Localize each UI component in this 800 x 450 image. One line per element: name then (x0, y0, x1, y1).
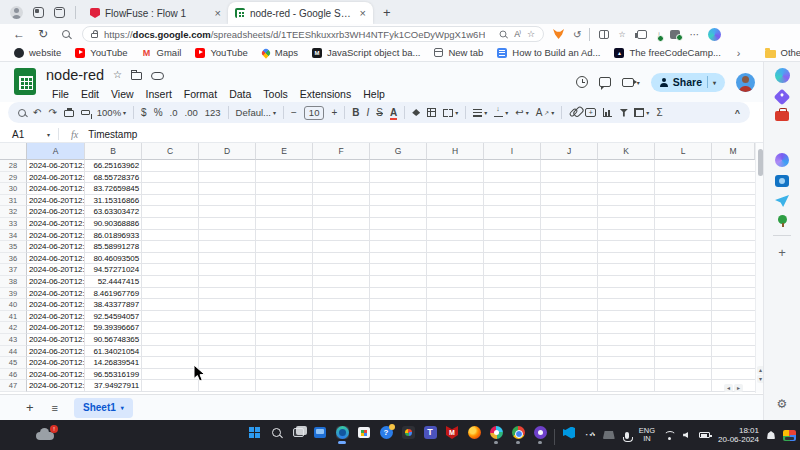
taskbar-app-assist[interactable]: ? (378, 423, 394, 444)
column-header-H[interactable]: H (427, 143, 484, 160)
cell[interactable]: 2024-06-20T12:2 (27, 253, 85, 265)
cell[interactable] (541, 299, 598, 311)
cell[interactable] (370, 311, 427, 323)
menu-item-file[interactable]: File (46, 88, 75, 100)
cell[interactable] (313, 264, 370, 276)
cell[interactable] (655, 172, 712, 184)
cell[interactable] (256, 241, 313, 253)
cell[interactable] (598, 299, 655, 311)
browser-tab-flowfuse[interactable]: FlowFuse : Flow 1 × (83, 3, 228, 23)
cell[interactable] (484, 334, 541, 346)
cell[interactable] (541, 380, 598, 392)
cell[interactable] (712, 288, 755, 300)
cell[interactable] (370, 172, 427, 184)
cell[interactable]: 52.4447415 (85, 276, 142, 288)
language-indicator[interactable]: ENGIN (639, 427, 655, 443)
cell[interactable] (199, 253, 256, 265)
cell[interactable] (256, 357, 313, 369)
bookmark-item[interactable]: Maps (262, 47, 298, 58)
format-percent-button[interactable]: % (154, 107, 163, 118)
cell[interactable] (484, 380, 541, 392)
column-header-A[interactable]: A (27, 143, 85, 160)
cell[interactable] (484, 160, 541, 172)
cell[interactable] (655, 288, 712, 300)
cell[interactable] (256, 380, 313, 392)
cell[interactable] (199, 160, 256, 172)
copilot-icon[interactable] (775, 68, 790, 83)
bookmark-item[interactable]: New tab (434, 47, 483, 58)
chevron-down-icon[interactable]: ▾ (713, 79, 716, 86)
cell[interactable] (541, 195, 598, 207)
browser-profile-icon[interactable] (10, 6, 23, 19)
taskbar-app-desktop[interactable] (312, 423, 328, 444)
cell[interactable] (313, 311, 370, 323)
undo-icon[interactable]: ↶ (33, 107, 41, 118)
cell[interactable] (313, 218, 370, 230)
cell[interactable] (655, 230, 712, 242)
sidebar-settings-icon[interactable]: ⚙ (774, 396, 790, 412)
cell[interactable] (313, 380, 370, 392)
search-icon[interactable] (62, 30, 70, 38)
cell[interactable] (142, 172, 199, 184)
row-header[interactable]: 43 (0, 334, 27, 346)
cell[interactable] (484, 346, 541, 358)
cell[interactable] (427, 195, 484, 207)
cell[interactable] (598, 369, 655, 381)
column-header-B[interactable]: B (85, 143, 142, 160)
zoom-select[interactable]: 100%▾ (97, 107, 126, 118)
cell[interactable] (484, 172, 541, 184)
cell[interactable] (427, 311, 484, 323)
cell[interactable] (541, 322, 598, 334)
column-header-C[interactable]: C (142, 143, 199, 160)
cell[interactable] (142, 160, 199, 172)
bookmark-item[interactable]: YouTube (195, 47, 247, 58)
cell[interactable]: 2024-06-20T12:2 (27, 218, 85, 230)
cell[interactable] (541, 172, 598, 184)
notifications-bell-icon[interactable] (767, 431, 775, 439)
cloud-saved-icon[interactable] (151, 72, 164, 80)
cell[interactable] (313, 183, 370, 195)
cell[interactable] (598, 218, 655, 230)
battery-icon[interactable] (699, 432, 710, 438)
taskbar-app-start[interactable] (246, 423, 262, 444)
name-box[interactable]: A1 ▾ (0, 129, 58, 140)
cell[interactable] (712, 346, 755, 358)
cell[interactable] (598, 346, 655, 358)
cell[interactable] (484, 322, 541, 334)
cell[interactable] (427, 241, 484, 253)
cell[interactable] (598, 206, 655, 218)
cell[interactable] (370, 369, 427, 381)
bold-button[interactable]: B (352, 107, 359, 118)
menu-item-extensions[interactable]: Extensions (294, 88, 357, 100)
cell[interactable] (484, 288, 541, 300)
collections-icon[interactable] (637, 30, 647, 39)
cell[interactable] (256, 346, 313, 358)
cell[interactable]: 63.63303472 (85, 206, 142, 218)
cell[interactable] (199, 195, 256, 207)
cell[interactable] (541, 160, 598, 172)
cell[interactable] (199, 369, 256, 381)
cell[interactable] (199, 311, 256, 323)
cell[interactable] (313, 288, 370, 300)
cell[interactable] (598, 322, 655, 334)
touch-keyboard-icon[interactable] (783, 430, 796, 441)
cell[interactable] (541, 334, 598, 346)
cell[interactable] (541, 346, 598, 358)
cell[interactable] (712, 160, 755, 172)
cell[interactable] (199, 206, 256, 218)
print-icon[interactable] (64, 110, 74, 117)
cell[interactable] (541, 241, 598, 253)
cell[interactable] (427, 357, 484, 369)
bookmark-item[interactable]: website (14, 47, 61, 58)
cell[interactable] (256, 230, 313, 242)
cell[interactable] (370, 218, 427, 230)
row-header[interactable]: 39 (0, 288, 27, 300)
cell[interactable] (313, 334, 370, 346)
cell[interactable] (655, 299, 712, 311)
row-header[interactable]: 47 (0, 380, 27, 392)
cell[interactable] (313, 276, 370, 288)
cell[interactable] (256, 195, 313, 207)
italic-button[interactable]: I (367, 107, 370, 118)
cell[interactable]: 2024-06-20T12:2 (27, 380, 85, 392)
cell[interactable] (313, 346, 370, 358)
